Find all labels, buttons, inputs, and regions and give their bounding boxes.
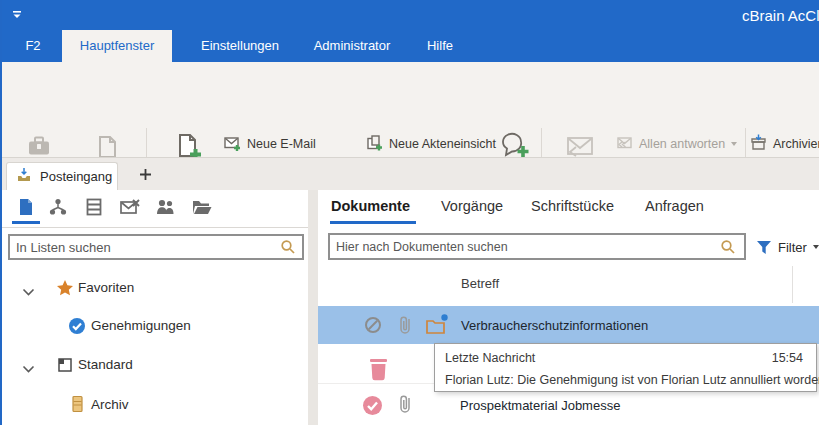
search-icon[interactable] — [720, 239, 736, 255]
annulled-approval-icon — [362, 395, 383, 420]
menu-tab-administrator[interactable]: Administrator — [302, 30, 402, 62]
menu-tab-f2[interactable]: F2 — [8, 30, 58, 62]
inbox-icon — [16, 167, 32, 186]
annulled-icon — [363, 315, 383, 339]
tree-item-standard[interactable]: Standard — [0, 354, 308, 376]
document-search-box — [328, 233, 746, 260]
mail-deleted-icon[interactable] — [119, 197, 139, 217]
left-panel: Favoriten Genehmigungen Standard Archiv — [0, 190, 308, 425]
active-tab-underline — [330, 221, 416, 224]
tab-schriftstuecke[interactable]: Schriftstücke — [531, 198, 614, 214]
search-icon[interactable] — [280, 239, 296, 255]
filter-button[interactable]: Filter — [756, 234, 819, 260]
allen-antworten-button[interactable]: Allen antworten — [616, 134, 737, 154]
list-tab-strip — [0, 157, 819, 190]
open-folder-icon[interactable] — [191, 197, 211, 217]
reply-all-icon — [616, 135, 633, 153]
selected-view-underline — [12, 221, 40, 224]
document-row-selected[interactable]: Verbraucherschutzinformationen — [318, 306, 819, 344]
contacts-icon[interactable] — [155, 197, 175, 217]
star-icon — [56, 279, 74, 301]
add-tab-button[interactable] — [138, 167, 153, 186]
menu-tab-hilfe[interactable]: Hilfe — [414, 30, 466, 62]
new-case-access-icon — [366, 135, 383, 154]
tab-posteingang[interactable]: Posteingang — [6, 162, 118, 190]
standard-node-icon — [57, 357, 73, 377]
quick-access-toolbar-icon[interactable] — [10, 8, 24, 26]
neue-akteneinsicht-button[interactable]: Neue Akteneinsicht — [366, 134, 496, 154]
menu-tab-hauptfenster[interactable]: Hauptfenster — [62, 30, 172, 62]
document-search-input[interactable] — [330, 240, 720, 254]
tree-item-archiv[interactable]: Archiv — [0, 394, 308, 416]
menu-tab-einstellungen[interactable]: Einstellungen — [190, 30, 290, 62]
tree-item-genehmigungen[interactable]: Genehmigungen — [0, 315, 308, 337]
tab-anfragen[interactable]: Anfragen — [645, 198, 704, 214]
new-email-icon — [224, 135, 241, 154]
tooltip-title: Letzte Nachricht — [445, 351, 535, 365]
dropdown-arrow-icon — [731, 142, 737, 146]
filter-funnel-icon — [756, 240, 772, 255]
tooltip-time: 15:54 — [772, 351, 803, 365]
archivieren-button[interactable]: Archivieren — [750, 134, 819, 154]
archive-icon — [750, 134, 767, 154]
documents-view-icon[interactable] — [16, 197, 36, 217]
list-search-box — [8, 234, 304, 260]
archive-box-icon — [70, 395, 85, 417]
approval-check-icon — [68, 317, 86, 339]
chevron-down-icon[interactable] — [22, 283, 35, 301]
org-units-icon[interactable] — [48, 197, 68, 217]
tooltip-message: Florian Lutz: Die Genehmigung ist von Fl… — [445, 373, 819, 387]
title-bar: cBrain AcCloud — [0, 0, 819, 30]
column-header-betreff[interactable]: Betreff — [461, 276, 499, 291]
list-search-input[interactable] — [10, 240, 280, 255]
last-message-tooltip: Letzte Nachricht 15:54 Florian Lutz: Die… — [434, 343, 817, 392]
chevron-down-icon[interactable] — [22, 360, 35, 378]
folder-new-message-icon — [425, 313, 449, 339]
window-border — [0, 0, 2, 425]
tree-item-favoriten[interactable]: Favoriten — [0, 277, 308, 299]
archive-shelf-icon[interactable] — [84, 197, 104, 217]
panel-separator[interactable] — [308, 190, 318, 425]
deleted-document-icon — [368, 357, 389, 386]
column-separator[interactable] — [792, 266, 793, 303]
tab-vorgaenge[interactable]: Vorgänge — [441, 198, 503, 214]
dropdown-arrow-icon — [813, 245, 819, 249]
paperclip-icon — [398, 393, 412, 419]
tab-dokumente[interactable]: Dokumente — [331, 198, 410, 214]
neue-email-button[interactable]: Neue E-Mail — [224, 134, 316, 154]
icon-row-divider — [0, 227, 308, 228]
ribbon: Zum Vorgang Zum Dokument Navigation Neue… — [0, 62, 819, 157]
paperclip-icon — [398, 314, 412, 340]
window-title: cBrain AcCloud — [742, 7, 819, 24]
